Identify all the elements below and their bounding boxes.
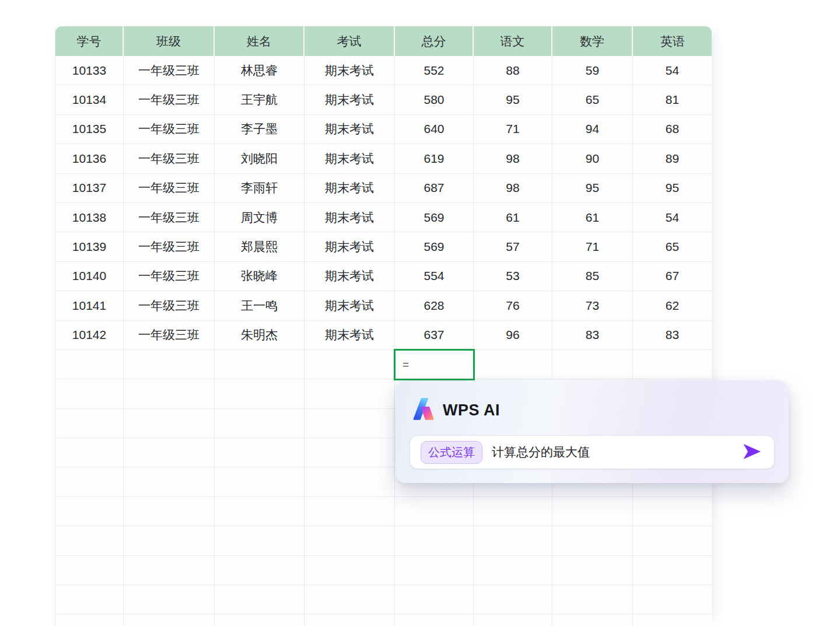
table-cell[interactable] [552,556,633,585]
table-cell[interactable] [395,556,474,585]
table-cell[interactable]: 李子墨 [215,115,304,144]
table-cell[interactable]: 期末考试 [304,144,395,173]
table-cell[interactable]: 10141 [55,291,124,320]
table-cell[interactable]: 一年级三班 [124,203,215,232]
table-cell[interactable] [124,467,215,496]
table-cell[interactable]: 王宇航 [215,85,304,114]
table-cell[interactable]: 68 [633,115,712,144]
table-cell[interactable]: 65 [633,232,712,261]
table-cell[interactable]: 637 [395,321,474,349]
table-cell[interactable] [552,497,633,526]
formula-mode-tag[interactable]: 公式运算 [421,441,482,464]
table-cell[interactable] [552,614,633,626]
table-cell[interactable]: 95 [633,174,712,202]
table-cell[interactable] [304,438,395,467]
table-cell[interactable]: 10137 [55,174,124,202]
table-cell[interactable]: 期末考试 [304,115,395,144]
table-cell[interactable]: 94 [552,115,633,144]
table-cell[interactable]: 期末考试 [304,262,395,291]
header-cell[interactable]: 总分 [395,26,474,56]
table-cell[interactable] [395,585,474,614]
table-cell[interactable]: 62 [633,291,712,320]
table-cell[interactable]: 59 [552,56,633,85]
table-cell[interactable] [215,379,304,408]
table-cell[interactable] [633,497,712,526]
table-cell[interactable] [215,409,304,438]
table-cell[interactable]: 619 [395,144,474,173]
table-cell[interactable] [304,467,395,496]
table-cell[interactable]: 71 [552,232,633,261]
table-cell[interactable]: 640 [395,115,474,144]
table-cell[interactable] [215,350,304,379]
table-cell[interactable] [55,409,124,438]
table-cell[interactable] [552,526,633,555]
table-cell[interactable]: 61 [552,203,633,232]
table-cell[interactable] [395,526,474,555]
table-cell[interactable] [474,556,552,585]
table-cell[interactable] [55,526,124,555]
table-cell[interactable]: 61 [474,203,552,232]
table-cell[interactable]: 73 [552,291,633,320]
header-cell[interactable]: 语文 [474,26,552,56]
table-cell[interactable]: 10140 [55,262,124,291]
table-cell[interactable]: 李雨轩 [215,174,304,202]
table-cell[interactable]: 朱明杰 [215,321,304,349]
table-cell[interactable] [215,614,304,626]
table-cell[interactable] [55,556,124,585]
table-cell[interactable] [55,379,124,408]
table-cell[interactable] [124,497,215,526]
table-cell[interactable] [55,467,124,496]
table-cell[interactable] [304,526,395,555]
table-cell[interactable] [633,614,712,626]
table-cell[interactable]: 一年级三班 [124,174,215,202]
table-cell[interactable] [215,497,304,526]
table-cell[interactable]: 郑晨熙 [215,232,304,261]
table-cell[interactable]: 580 [395,85,474,114]
header-cell[interactable]: 学号 [55,26,124,56]
table-cell[interactable]: 95 [552,174,633,202]
table-cell[interactable]: 期末考试 [304,291,395,320]
table-cell[interactable]: 10139 [55,232,124,261]
table-cell[interactable]: 90 [552,144,633,173]
table-cell[interactable] [124,379,215,408]
table-cell[interactable]: 10138 [55,203,124,232]
table-cell[interactable] [304,556,395,585]
table-cell[interactable] [474,526,552,555]
table-cell[interactable]: 57 [474,232,552,261]
send-button[interactable] [740,440,764,464]
table-cell[interactable] [55,585,124,614]
table-cell[interactable] [124,438,215,467]
table-cell[interactable] [215,585,304,614]
table-cell[interactable]: 期末考试 [304,321,395,349]
table-cell[interactable]: 10134 [55,85,124,114]
table-cell[interactable]: 53 [474,262,552,291]
table-cell[interactable]: 刘晓阳 [215,144,304,173]
header-cell[interactable]: 英语 [633,26,712,56]
table-cell[interactable] [633,585,712,614]
table-cell[interactable] [633,556,712,585]
table-cell[interactable] [55,350,124,379]
table-cell[interactable]: 76 [474,291,552,320]
table-cell[interactable]: 一年级三班 [124,262,215,291]
table-cell[interactable] [395,497,474,526]
table-cell[interactable]: 65 [552,85,633,114]
table-cell[interactable]: 王一鸣 [215,291,304,320]
table-cell[interactable]: 81 [633,85,712,114]
table-cell[interactable]: 96 [474,321,552,349]
table-cell[interactable] [304,379,395,408]
table-cell[interactable]: 687 [395,174,474,202]
table-cell[interactable]: 98 [474,174,552,202]
table-cell[interactable]: 一年级三班 [124,56,215,85]
table-cell[interactable]: 569 [395,203,474,232]
table-cell[interactable]: 10133 [55,56,124,85]
table-cell[interactable] [395,614,474,626]
table-cell[interactable] [304,614,395,626]
table-cell[interactable]: 83 [552,321,633,349]
table-cell[interactable]: 一年级三班 [124,232,215,261]
ai-prompt-input[interactable]: 公式运算 计算总分的最大值 [410,435,775,469]
table-cell[interactable]: 期末考试 [304,203,395,232]
header-cell[interactable]: 数学 [552,26,633,56]
table-cell[interactable]: 周文博 [215,203,304,232]
table-cell[interactable] [55,438,124,467]
table-cell[interactable]: 10135 [55,115,124,144]
